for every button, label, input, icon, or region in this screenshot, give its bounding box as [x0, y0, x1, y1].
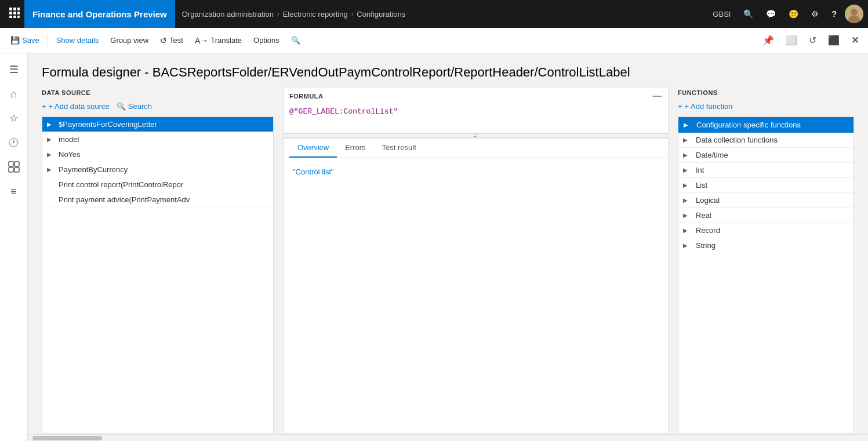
tab-overview[interactable]: Overview	[289, 139, 337, 158]
sidebar-modules[interactable]: ≡	[2, 180, 26, 203]
breadcrumb-configurations[interactable]: Configurations	[357, 10, 405, 19]
func-item-datetime[interactable]: ▶ Date/time	[678, 148, 854, 163]
app-title: Finance and Operations Preview	[24, 0, 175, 28]
func-item-config-specific[interactable]: ▶ Configuration specific functions	[678, 117, 854, 133]
sidebar-hamburger[interactable]: ☰	[2, 58, 26, 81]
functions-header: FUNCTIONS	[678, 87, 854, 101]
func-item-logical[interactable]: ▶ Logical	[678, 193, 854, 208]
panels: DATA SOURCE + + Add data source 🔍 Search…	[28, 87, 868, 434]
chevron-right-icon: ▶	[683, 242, 691, 249]
formula-editor[interactable]: @"GER_LABEL:ControlList"	[284, 104, 668, 133]
action-bar: 💾 Save Show details Group view ↺ Test A→…	[0, 28, 868, 53]
pin-button[interactable]: 📌	[758, 31, 779, 49]
search-datasource-button[interactable]: 🔍 Search	[117, 101, 152, 112]
chevron-right-icon: ▶	[684, 122, 692, 128]
show-details-button[interactable]: Show details	[50, 32, 105, 48]
svg-rect-13	[14, 162, 19, 166]
chat-button[interactable]: 💬	[761, 6, 780, 22]
svg-rect-6	[9, 16, 12, 18]
help-button[interactable]: ?	[827, 6, 841, 22]
search-datasource-icon: 🔍	[117, 102, 126, 111]
add-function-button[interactable]: + + Add function	[678, 101, 732, 112]
datasource-tree: ▶ $PaymentsForCoveringLetter ▶ model ▶ N…	[42, 116, 274, 434]
tree-item-model[interactable]: ▶ model	[42, 132, 273, 147]
svg-rect-1	[13, 8, 16, 10]
sidebar-recent[interactable]: 🕐	[2, 131, 26, 154]
breadcrumb-electronic-reporting[interactable]: Electronic reporting	[283, 10, 348, 19]
breadcrumb-sep-2: ›	[351, 10, 354, 17]
svg-rect-5	[17, 12, 20, 14]
org-label: GBSI	[708, 8, 735, 21]
settings-button[interactable]: ⚙	[807, 6, 823, 22]
formula-collapse-btn[interactable]: —	[653, 91, 663, 101]
translate-button[interactable]: A→ Translate	[189, 32, 248, 49]
tree-item-payments[interactable]: ▶ $PaymentsForCoveringLetter	[42, 117, 273, 132]
func-item-real[interactable]: ▶ Real	[678, 208, 854, 223]
formula-resize-handle[interactable]: =	[283, 133, 669, 138]
chevron-right-icon: ▶	[683, 212, 691, 218]
tab-content-overview: "Control list"	[284, 158, 668, 433]
add-datasource-button[interactable]: + + Add data source	[42, 101, 110, 112]
content-area: Formula designer - BACSReportsFolder/ERV…	[28, 53, 868, 441]
sidebar-workspaces[interactable]	[2, 155, 26, 178]
tree-item-print-payment-advice[interactable]: Print payment advice(PrintPaymentAdv	[42, 192, 273, 207]
global-search-button[interactable]: 🔍	[739, 6, 758, 22]
center-panel: FORMULA — @"GER_LABEL:ControlList" = Ove…	[274, 87, 669, 434]
tree-item-print-control-report[interactable]: Print control report(PrintControlRepor	[42, 177, 273, 192]
top-right-actions: GBSI 🔍 💬 🙂 ⚙ ?	[708, 5, 863, 23]
svg-point-10	[851, 9, 858, 16]
save-icon: 💾	[10, 36, 20, 45]
tab-bar: Overview Errors Test result	[284, 139, 668, 158]
horizontal-scrollbar-thumb[interactable]	[32, 436, 102, 440]
func-item-list[interactable]: ▶ List	[678, 178, 854, 193]
functions-toolbar: + + Add function	[678, 101, 854, 112]
feedback-button[interactable]: 🙂	[784, 6, 803, 22]
right-panel: FUNCTIONS + + Add function ▶ Configurati…	[669, 87, 854, 434]
top-bar: ​ Finance and Operations Preview Organiz…	[0, 0, 868, 28]
sidebar-favorites[interactable]: ☆	[2, 107, 26, 130]
formula-label: FORMULA —	[284, 88, 668, 104]
chevron-right-icon: ▶	[683, 227, 691, 234]
refresh-button[interactable]: ↺	[804, 31, 821, 49]
chevron-right-icon: ▶	[683, 152, 691, 158]
restore-button[interactable]: ⬛	[823, 31, 844, 49]
tree-item-payment-by-currency[interactable]: ▶ PaymentByCurrency	[42, 162, 273, 177]
options-button[interactable]: Options	[248, 32, 285, 48]
svg-rect-4	[13, 12, 16, 14]
func-item-int[interactable]: ▶ Int	[678, 163, 854, 178]
search-action-button[interactable]: 🔍	[285, 32, 306, 48]
chevron-right-icon: ▶	[47, 151, 55, 158]
sidebar: ☰ ⌂ ☆ 🕐 ≡	[0, 53, 28, 441]
test-button[interactable]: ↺ Test	[154, 32, 189, 49]
func-item-string[interactable]: ▶ String	[678, 238, 854, 253]
functions-tree: ▶ Configuration specific functions ▶ Dat…	[678, 116, 854, 434]
test-icon: ↺	[160, 36, 167, 45]
chevron-right-icon: ▶	[683, 167, 691, 173]
group-view-button[interactable]: Group view	[104, 32, 154, 48]
breadcrumb-org-admin[interactable]: Organization administration	[182, 10, 274, 19]
bottom-scroll-bar	[28, 434, 868, 441]
chevron-right-icon: ▶	[47, 166, 55, 173]
svg-rect-2	[17, 8, 20, 10]
svg-rect-0	[9, 8, 12, 10]
close-button[interactable]: ✕	[847, 31, 863, 49]
action-bar-separator-1	[48, 35, 48, 46]
user-avatar[interactable]	[845, 5, 863, 23]
tree-item-noyes[interactable]: ▶ NoYes	[42, 147, 273, 162]
tab-test-result[interactable]: Test result	[374, 139, 424, 158]
sidebar-home[interactable]: ⌂	[2, 82, 26, 105]
chevron-spacer	[47, 181, 55, 188]
func-item-record[interactable]: ▶ Record	[678, 223, 854, 238]
expand-button[interactable]: ⬜	[781, 31, 802, 49]
page-title: Formula designer - BACSReportsFolder/ERV…	[42, 65, 854, 80]
func-item-data-collection[interactable]: ▶ Data collection functions	[678, 133, 854, 148]
app-menu-button[interactable]: ​	[5, 3, 24, 25]
save-button[interactable]: 💾 Save	[5, 32, 45, 48]
svg-rect-12	[9, 162, 13, 166]
tab-errors[interactable]: Errors	[337, 139, 373, 158]
svg-rect-7	[13, 16, 16, 18]
chevron-spacer	[47, 196, 55, 203]
overview-result: "Control list"	[293, 167, 334, 176]
formula-area: FORMULA — @"GER_LABEL:ControlList"	[283, 87, 669, 133]
datasource-header: DATA SOURCE	[42, 87, 274, 101]
